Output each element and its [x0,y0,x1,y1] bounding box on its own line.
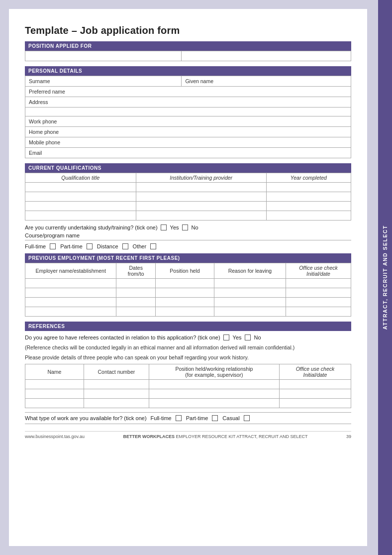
ref-row3-col4 [279,398,351,408]
qual-row2-col1 [25,192,136,202]
footer-center-bold: BETTER WORKPLACES [123,434,175,439]
fulltime-label: Full-time [25,243,46,249]
emp-row3-col2 [116,298,156,307]
qual-row4-col1 [25,211,136,221]
qual-row1-col1 [25,183,136,192]
qual-row3-col2 [136,202,266,211]
ref-row1-col2 [84,379,149,389]
position-value-cell [25,51,182,61]
emp-row4-col3 [155,307,214,317]
work-avail-row: What type of work are you available for?… [25,412,351,424]
qual-col1: Qualification title [25,173,136,183]
qual-row1-col2 [136,183,266,192]
parttime-label: Part-time [60,243,83,249]
ref-row3-col2 [84,398,149,408]
qual-row3-col3 [266,202,351,211]
work-avail-parttime-label: Part-time [186,415,208,421]
emp-row1-col2 [116,279,156,288]
position-header: POSITION APPLIED FOR [25,41,351,51]
other-label: Other [133,243,147,249]
ref-col2: Contact number [84,364,149,379]
ref-row1-col3 [149,379,279,389]
references-note2: Please provide details of three people w… [25,354,351,362]
ref-row2-col2 [84,389,149,398]
emp-row2-col4 [214,288,286,298]
ref-col4: Office use checkInitial/date [279,364,351,379]
ref-yes-checkbox[interactable] [223,334,229,340]
references-header: REFERENCES [25,322,351,331]
personal-header: PERSONAL DETAILS [25,66,351,76]
emp-row1-col4 [214,279,286,288]
study-yes-checkbox[interactable] [161,224,167,230]
study-type-row: Full-time Part-time Distance Other [25,243,351,249]
emp-row1-col3 [155,279,214,288]
page-wrapper: ATTRACT, RECRUIT AND SELECT Template – J… [0,0,392,555]
emp-row4-col2 [116,307,156,317]
ref-col1: Name [25,364,84,379]
work-avail-casual-checkbox[interactable] [244,415,250,421]
other-checkbox[interactable] [150,243,156,249]
emp-row3-col1 [25,298,116,307]
fulltime-checkbox[interactable] [50,243,56,249]
qual-row2-col2 [136,192,266,202]
preferred-name-label: Preferred name [25,87,351,97]
work-avail-casual-label: Casual [222,415,239,421]
references-agree-row: Do you agree to have referees contacted … [25,334,351,340]
ref-col3: Position held/working relationship(for e… [149,364,279,379]
ref-row3-col3 [149,398,279,408]
emp-row2-col2 [116,288,156,298]
emp-row2-col5 [286,288,351,298]
work-avail-question: What type of work are you available for?… [25,415,147,421]
ref-no-checkbox[interactable] [245,334,251,340]
employment-header: PREVIOUS EMPLOYMENT (MOST RECENT FIRST P… [25,253,351,263]
ref-row3-col1 [25,398,84,408]
work-avail-parttime-checkbox[interactable] [212,415,218,421]
qualifications-table: Qualification title Institution/Training… [25,173,351,221]
parttime-checkbox[interactable] [87,243,93,249]
ref-no-label: No [254,334,261,340]
qual-row1-col3 [266,183,351,192]
side-tab: ATTRACT, RECRUIT AND SELECT [378,0,392,555]
emp-row2-col1 [25,288,116,298]
study-no-checkbox[interactable] [182,224,188,230]
emp-col4: Reason for leaving [214,263,286,279]
ref-row1-col1 [25,379,84,389]
personal-table: Surname Given name Preferred name Addres… [25,76,351,158]
study-training-row: Are you currently undertaking study/trai… [25,224,351,230]
distance-checkbox[interactable] [122,243,128,249]
emp-col5: Office use checkInitial/date [286,263,351,279]
mobile-phone-label: Mobile phone [25,137,351,148]
distance-label: Distance [97,243,118,249]
emp-row1-col5 [286,279,351,288]
ref-row1-col4 [279,379,351,389]
email-label: Email [25,148,351,158]
work-avail-fulltime-checkbox[interactable] [176,415,182,421]
references-agree-question: Do you agree to have referees contacted … [25,334,220,340]
references-note1: (Reference checks will be conducted lega… [25,344,351,352]
emp-row3-col5 [286,298,351,307]
qualifications-header: CURRENT QUALIFICATIONS [25,163,351,173]
givenname-label: Given name [182,76,351,87]
ref-row2-col4 [279,389,351,398]
surname-label: Surname [25,76,182,87]
work-avail-fulltime-label: Full-time [151,415,172,421]
qual-row4-col2 [136,211,266,221]
emp-row3-col4 [214,298,286,307]
emp-col3: Position held [155,263,214,279]
ref-row2-col3 [149,389,279,398]
ref-row2-col1 [25,389,84,398]
main-page: Template – Job application form POSITION… [9,9,367,546]
emp-row4-col4 [214,307,286,317]
employment-table: Employer name/establishment Datesfrom/to… [25,263,351,317]
qual-row2-col3 [266,192,351,202]
position-value-cell2 [182,51,351,61]
emp-row3-col3 [155,298,214,307]
study-question-text: Are you currently undertaking study/trai… [25,224,158,230]
footer-center: BETTER WORKPLACES EMPLOYER RESOURCE KIT … [123,434,307,439]
qual-row3-col1 [25,202,136,211]
emp-row4-col5 [286,307,351,317]
emp-row4-col1 [25,307,116,317]
study-yes-label: Yes [170,224,179,230]
course-label: Course/program name [25,232,80,238]
course-program-row: Course/program name [25,232,351,240]
